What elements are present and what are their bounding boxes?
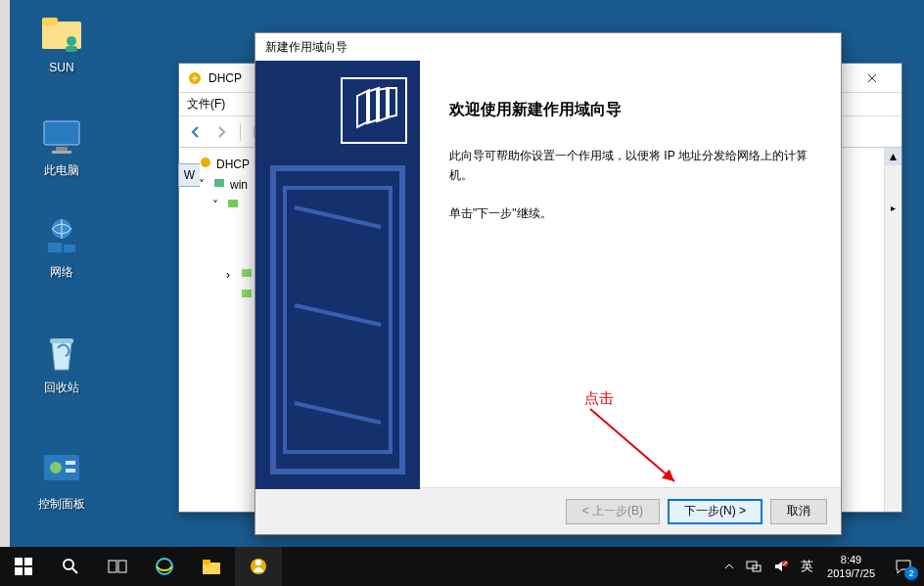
wizard-cancel-button[interactable]: 取消	[770, 499, 827, 524]
svg-point-46	[255, 560, 261, 565]
recycle-bin-icon	[38, 329, 85, 376]
wizard-title-bar[interactable]: 新建作用域向导	[255, 33, 841, 61]
scope-node-icon	[240, 266, 254, 283]
wizard-paragraph-2: 单击"下一步"继续。	[449, 203, 811, 223]
wizard-paragraph-1: 此向导可帮助你设置一个作用域，以便将 IP 地址分发给网络上的计算机。	[449, 146, 811, 186]
taskbar-app-ie[interactable]	[141, 547, 188, 586]
tray-ime-indicator[interactable]: 英	[795, 547, 819, 586]
desktop-icon-label: 网络	[27, 264, 96, 281]
computer-icon	[38, 112, 85, 158]
ipv4-node-icon	[226, 197, 240, 213]
tree-expand-icon[interactable]: ˅	[199, 178, 208, 192]
desktop-icon-label: 回收站	[27, 380, 96, 396]
new-scope-wizard-dialog: 新建作用域向导 欢迎使用新建作用	[254, 32, 842, 535]
wizard-heading: 欢迎使用新建作用域向导	[449, 100, 811, 120]
svg-rect-8	[48, 243, 62, 252]
svg-point-21	[201, 158, 210, 167]
close-button[interactable]	[850, 65, 894, 92]
taskbar-app-dhcp[interactable]	[235, 547, 282, 586]
chevron-right-icon[interactable]: ›	[226, 268, 236, 282]
scroll-up-button[interactable]: ▲	[885, 148, 901, 165]
folder-person-icon	[38, 10, 85, 57]
network-icon	[38, 213, 85, 260]
menu-file[interactable]: 文件(F)	[187, 96, 225, 113]
svg-rect-14	[66, 469, 75, 473]
tree-label: win	[230, 178, 248, 192]
taskbar: 英 8:49 2019/7/25 2	[0, 547, 924, 586]
svg-rect-4	[44, 121, 79, 145]
desktop-icon-label: 控制面板	[27, 496, 96, 513]
svg-rect-35	[24, 558, 32, 565]
svg-rect-6	[52, 151, 71, 154]
annotation-arrow-icon	[586, 405, 684, 489]
start-button[interactable]	[0, 547, 47, 586]
svg-rect-34	[15, 558, 23, 565]
taskbar-clock[interactable]: 8:49 2019/7/25	[819, 553, 883, 581]
wizard-title-text: 新建作用域向导	[265, 39, 347, 56]
svg-rect-10	[50, 338, 73, 343]
desktop-icon-label: 此电脑	[27, 162, 96, 179]
svg-point-2	[67, 36, 76, 46]
svg-rect-36	[15, 567, 23, 575]
dhcp-app-icon	[187, 70, 203, 86]
svg-rect-23	[228, 200, 238, 207]
tray-chevron-up-icon[interactable]	[718, 547, 740, 586]
svg-point-12	[50, 462, 62, 473]
notification-badge: 2	[904, 566, 918, 580]
dhcp-node-icon	[199, 156, 212, 172]
svg-rect-24	[242, 269, 252, 277]
system-tray: 英 8:49 2019/7/25 2	[718, 547, 924, 586]
svg-rect-1	[42, 18, 58, 25]
desktop-icon-control-panel[interactable]: 控制面板	[27, 445, 96, 513]
nav-forward-button[interactable]	[210, 121, 232, 143]
tree-expand-icon[interactable]: ˅	[212, 199, 222, 212]
scope-node-icon	[240, 287, 254, 303]
svg-rect-41	[118, 561, 126, 572]
action-center-button[interactable]: 2	[883, 547, 924, 586]
svg-rect-0	[42, 22, 81, 49]
clock-date: 2019/7/25	[827, 566, 875, 580]
task-view-button[interactable]	[94, 547, 141, 586]
wizard-footer: < 上一步(B) 下一步(N) > 取消	[255, 487, 841, 534]
dhcp-scrollbar[interactable]: ▲ ▸	[884, 148, 901, 512]
partial-window-label: W	[184, 168, 195, 182]
search-button[interactable]	[47, 547, 94, 586]
partial-window[interactable]: W	[178, 163, 200, 187]
svg-rect-3	[66, 46, 77, 52]
taskbar-app-explorer[interactable]	[188, 547, 235, 586]
desktop-icon-label: SUN	[27, 61, 96, 74]
chevron-right-icon: ▸	[885, 203, 901, 213]
svg-line-33	[590, 409, 674, 481]
svg-rect-44	[203, 560, 210, 564]
control-panel-icon	[38, 445, 85, 492]
tree-label: DHCP	[216, 158, 250, 171]
svg-rect-22	[214, 179, 224, 187]
svg-rect-13	[66, 461, 75, 465]
tray-volume-icon[interactable]	[767, 547, 795, 586]
wizard-content: 欢迎使用新建作用域向导 此向导可帮助你设置一个作用域，以便将 IP 地址分发给网…	[420, 61, 841, 487]
wizard-sidebar-graphic	[255, 61, 420, 487]
svg-rect-40	[109, 561, 116, 572]
desktop-icon-recycle[interactable]: 回收站	[27, 329, 96, 396]
desktop-icon-this-pc[interactable]: 此电脑	[27, 112, 96, 179]
tray-network-icon[interactable]	[740, 547, 767, 586]
desktop-icon-sun[interactable]: SUN	[27, 10, 96, 74]
svg-line-39	[72, 568, 77, 573]
svg-rect-25	[242, 290, 252, 297]
clock-time: 8:49	[827, 553, 875, 566]
svg-rect-37	[24, 567, 32, 575]
nav-back-button[interactable]	[185, 121, 207, 143]
desktop-icon-network[interactable]: 网络	[27, 213, 96, 281]
svg-point-42	[157, 559, 172, 574]
wizard-next-button[interactable]: 下一步(N) >	[668, 499, 762, 524]
svg-rect-9	[64, 245, 75, 252]
server-node-icon	[212, 176, 226, 193]
svg-point-38	[64, 560, 73, 569]
wizard-back-button: < 上一步(B)	[566, 499, 660, 524]
svg-rect-5	[56, 147, 68, 151]
